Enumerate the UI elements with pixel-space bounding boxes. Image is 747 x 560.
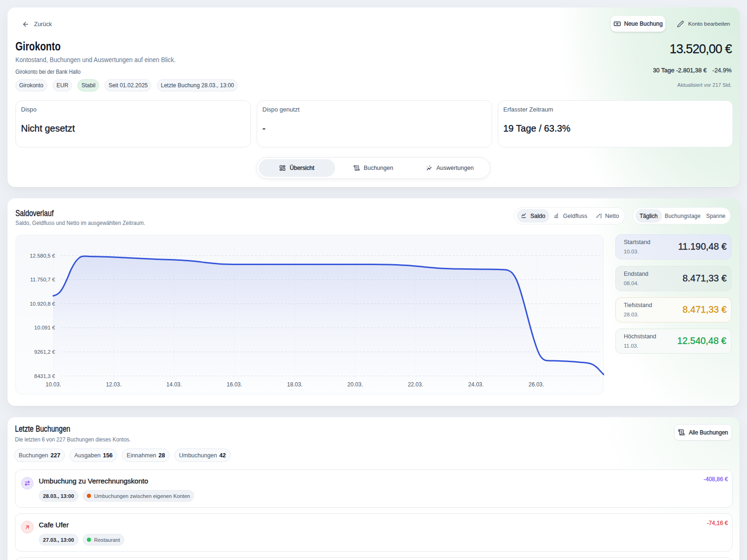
svg-text:26.03.: 26.03. bbox=[529, 381, 544, 388]
svg-text:8431,3 €: 8431,3 € bbox=[34, 373, 55, 379]
svg-text:18.03.: 18.03. bbox=[287, 381, 303, 388]
svg-text:10.091 €: 10.091 € bbox=[34, 325, 55, 330]
svg-text:10.03.: 10.03. bbox=[46, 381, 61, 388]
svg-text:22.03.: 22.03. bbox=[408, 381, 423, 388]
svg-text:24.03.: 24.03. bbox=[468, 381, 484, 388]
svg-text:20.03.: 20.03. bbox=[347, 381, 363, 388]
svg-text:14.03.: 14.03. bbox=[166, 381, 182, 388]
svg-text:12.03.: 12.03. bbox=[106, 381, 121, 388]
svg-text:16.03.: 16.03. bbox=[227, 381, 242, 388]
svg-text:12.580,5 €: 12.580,5 € bbox=[30, 253, 56, 259]
svg-text:11.750,7 €: 11.750,7 € bbox=[30, 277, 55, 282]
svg-text:9261,2 €: 9261,2 € bbox=[34, 349, 55, 355]
svg-text:10.920,8 €: 10.920,8 € bbox=[30, 301, 56, 307]
